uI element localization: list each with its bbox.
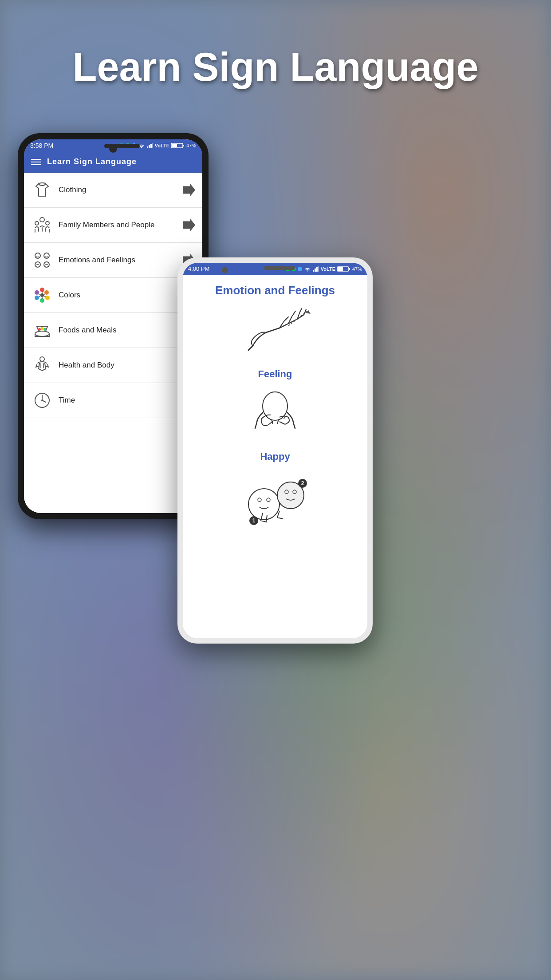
foods-label: Foods and Meals bbox=[59, 326, 183, 335]
svg-point-29 bbox=[41, 327, 43, 330]
right-battery-pct: 47% bbox=[352, 266, 362, 272]
app-header-title: Learn Sign Language bbox=[47, 157, 137, 166]
right-phone-screen: 4:00 PM VoLTE bbox=[183, 263, 367, 638]
svg-rect-39 bbox=[318, 266, 319, 272]
emotions-icon-wrap bbox=[31, 249, 53, 271]
colors-icon-wrap bbox=[31, 284, 53, 306]
colors-icon bbox=[32, 285, 52, 305]
clothing-arrow bbox=[183, 184, 195, 196]
svg-point-11 bbox=[44, 253, 49, 258]
right-status-icons: VoLTE 47% bbox=[285, 266, 362, 272]
svg-text:1: 1 bbox=[252, 518, 256, 524]
face-image: 1 2 bbox=[231, 469, 319, 531]
left-phone-screen: 3:58 PM VoLTE bbox=[24, 139, 202, 513]
emotions-label: Emotions and Feelings bbox=[59, 256, 183, 265]
svg-point-9 bbox=[46, 221, 49, 225]
health-icon-wrap bbox=[31, 354, 53, 376]
left-phone-speaker bbox=[104, 144, 140, 148]
svg-point-10 bbox=[35, 253, 40, 258]
family-label: Family Members and People bbox=[59, 221, 183, 229]
menu-item-clothing[interactable]: Clothing bbox=[24, 173, 202, 208]
svg-point-31 bbox=[40, 357, 44, 361]
svg-point-27 bbox=[35, 331, 49, 336]
menu-item-health[interactable]: Health and Body bbox=[24, 348, 202, 383]
menu-item-family[interactable]: Family Members and People bbox=[24, 208, 202, 243]
r-dot-3 bbox=[298, 267, 302, 271]
signal-icon bbox=[147, 143, 153, 148]
app-header: Learn Sign Language bbox=[24, 152, 202, 173]
menu-item-emotions[interactable]: Emotions and Feelings bbox=[24, 243, 202, 278]
happy-image bbox=[231, 386, 319, 448]
feeling-label: Feeling bbox=[258, 368, 292, 380]
svg-point-7 bbox=[40, 217, 44, 222]
clothing-icon bbox=[32, 180, 52, 200]
svg-rect-42 bbox=[338, 267, 343, 271]
right-phone-speaker bbox=[264, 266, 295, 270]
face-sign: 1 2 bbox=[235, 471, 315, 529]
menu-item-foods[interactable]: Foods and Meals bbox=[24, 313, 202, 348]
sign-feeling-block: Feeling bbox=[187, 304, 363, 380]
svg-rect-0 bbox=[147, 146, 148, 148]
family-arrow bbox=[183, 219, 195, 231]
right-signal-icon bbox=[313, 266, 319, 272]
time-label: Time bbox=[59, 396, 183, 405]
svg-rect-3 bbox=[152, 143, 153, 148]
svg-point-35 bbox=[41, 399, 43, 401]
svg-point-14 bbox=[40, 293, 44, 297]
clothing-label: Clothing bbox=[59, 186, 183, 194]
svg-rect-2 bbox=[150, 144, 152, 148]
family-icon-wrap bbox=[31, 214, 53, 236]
svg-line-23 bbox=[44, 296, 46, 297]
family-icon bbox=[32, 215, 52, 235]
svg-point-8 bbox=[35, 221, 39, 225]
svg-rect-36 bbox=[313, 270, 314, 272]
right-volte: VoLTE bbox=[321, 266, 335, 272]
svg-line-26 bbox=[38, 294, 40, 295]
right-wifi-icon bbox=[304, 266, 311, 272]
time-icon bbox=[32, 391, 52, 410]
svg-rect-1 bbox=[149, 145, 150, 148]
svg-point-18 bbox=[40, 298, 44, 303]
sign-face-block: 1 2 bbox=[187, 469, 363, 531]
svg-rect-6 bbox=[172, 144, 177, 147]
svg-line-25 bbox=[39, 296, 40, 297]
page-title: Learn Sign Language bbox=[0, 44, 551, 90]
right-time: 4:00 PM bbox=[188, 265, 209, 272]
menu-list: Clothing Family M bbox=[24, 173, 202, 513]
feeling-image bbox=[231, 304, 319, 366]
happy-label: Happy bbox=[260, 451, 290, 462]
svg-point-48 bbox=[248, 489, 279, 520]
volte-label: VoLTE bbox=[155, 143, 169, 148]
svg-line-22 bbox=[44, 294, 45, 295]
happy-hand-sign bbox=[240, 388, 311, 446]
right-phone: 4:00 PM VoLTE bbox=[177, 257, 373, 644]
svg-rect-38 bbox=[316, 267, 318, 272]
health-label: Health and Body bbox=[59, 361, 183, 370]
menu-item-time[interactable]: Time bbox=[24, 383, 202, 418]
right-phone-camera bbox=[222, 267, 228, 273]
health-icon bbox=[32, 356, 52, 375]
svg-point-17 bbox=[45, 296, 50, 300]
left-time: 3:58 PM bbox=[30, 142, 53, 149]
svg-point-49 bbox=[258, 498, 261, 502]
menu-item-colors[interactable]: Colors bbox=[24, 278, 202, 313]
emotion-title: Emotion and Feelings bbox=[215, 284, 335, 297]
svg-rect-41 bbox=[349, 268, 350, 270]
svg-point-15 bbox=[40, 288, 44, 292]
foods-icon bbox=[32, 320, 52, 340]
clothing-icon-wrap bbox=[31, 179, 53, 201]
svg-rect-5 bbox=[183, 145, 184, 146]
right-battery-icon bbox=[337, 266, 350, 272]
battery-icon bbox=[171, 142, 185, 149]
svg-rect-37 bbox=[315, 269, 316, 272]
svg-point-30 bbox=[43, 328, 46, 331]
svg-point-50 bbox=[267, 498, 270, 502]
foods-icon-wrap bbox=[31, 319, 53, 341]
emotions-icon bbox=[32, 250, 52, 270]
svg-text:2: 2 bbox=[301, 480, 304, 486]
svg-point-19 bbox=[35, 296, 39, 300]
right-content: Emotion and Feelings bbox=[183, 275, 367, 638]
hamburger-button[interactable] bbox=[31, 159, 41, 165]
sign-happy-block: Happy bbox=[187, 386, 363, 462]
feeling-hand-sign bbox=[235, 306, 315, 364]
